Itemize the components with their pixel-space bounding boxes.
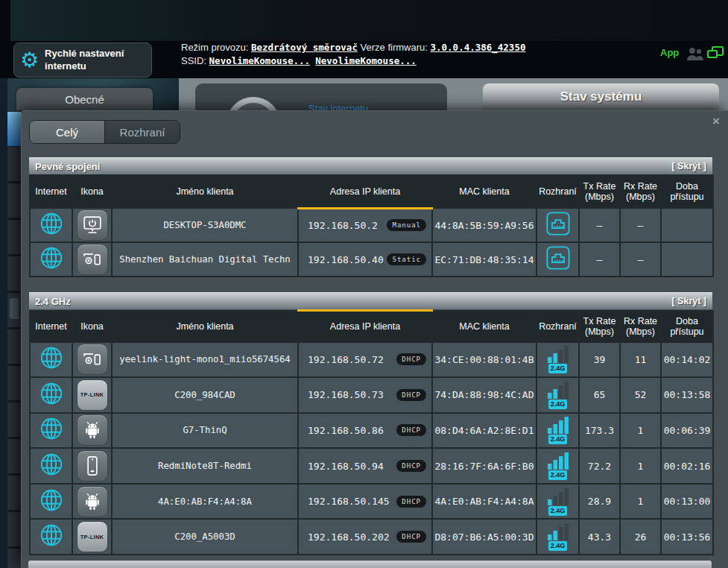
tx-rate: 173.3 — [579, 413, 620, 449]
system-status-label: Stav systému — [560, 89, 642, 104]
client-mac: EC:71:DB:48:35:14 — [432, 242, 536, 277]
client-row[interactable]: DESKTOP-S3A0DMC192.168.50.2Manual44:8A:5… — [30, 208, 713, 242]
client-ip: 192.168.50.72 — [308, 354, 384, 365]
device-icon-camera — [77, 244, 108, 275]
client-row[interactable]: G7-ThinQ192.168.50.86DHCP08:D4:6A:A2:8E:… — [30, 413, 713, 449]
tx-rate: 39 — [579, 342, 620, 378]
client-mac: 08:D4:6A:A2:8E:D1 — [432, 413, 536, 449]
col-header-7[interactable]: Rx Rate (Mbps) — [620, 175, 661, 208]
col-header-4[interactable]: MAC klienta — [432, 311, 536, 342]
col-header-6[interactable]: Tx Rate (Mbps) — [579, 175, 620, 208]
client-ip: 192.168.50.94 — [308, 461, 384, 472]
client-name: yeelink-light-mono1_miio5674564 — [112, 342, 298, 378]
client-list-tab-interface[interactable]: Rozhraní — [104, 121, 180, 143]
internet-globe-icon[interactable] — [39, 537, 64, 550]
client-list-icon[interactable] — [706, 45, 724, 63]
col-header-3[interactable]: Adresa IP klienta — [298, 311, 432, 342]
app-link[interactable]: App — [660, 47, 679, 58]
col-header-4[interactable]: MAC klienta — [432, 175, 536, 208]
internet-globe-icon[interactable] — [39, 502, 64, 515]
operation-mode-row: Režim provozu: Bezdrátový směrovač Verze… — [181, 42, 525, 53]
info-band — [0, 0, 728, 41]
client-list-tab-all[interactable]: Celý — [30, 121, 104, 143]
close-icon[interactable]: × — [712, 114, 720, 129]
col-header-8[interactable]: Doba přístupu — [661, 175, 713, 208]
col-header-1[interactable]: Ikona — [72, 175, 112, 208]
internet-globe-icon[interactable] — [39, 226, 64, 239]
section-title: 2.4 GHz — [35, 296, 71, 307]
client-row[interactable]: 4A:E0:AB:F4:A4:8A192.168.50.145DHCP4A:E0… — [30, 484, 713, 520]
col-header-2[interactable]: Jméno klienta — [112, 311, 298, 342]
col-header-8[interactable]: Doba přístupu — [661, 311, 713, 342]
device-icon-tplink: TP-LINK — [77, 521, 108, 552]
next-section-bar[interactable] — [28, 561, 712, 568]
left-edge — [0, 0, 10, 78]
mode-link[interactable]: Bezdrátový směrovač — [251, 42, 358, 53]
users-icon[interactable] — [686, 46, 705, 64]
wifi-signal-icon: 2.4G — [548, 345, 569, 373]
ssid-label: SSID: — [181, 55, 206, 66]
col-header-7[interactable]: Rx Rate (Mbps) — [620, 311, 661, 342]
client-row[interactable]: TP-LINKC200_A5003D192.168.50.202DHCPD8:0… — [30, 519, 713, 555]
device-icon-android — [77, 414, 108, 446]
col-header-5[interactable]: Rozhraní — [536, 175, 579, 208]
client-tables: Pevné spojení[ Skrýt ]InternetIkonaJméno… — [29, 157, 712, 555]
tx-rate: – — [579, 242, 620, 277]
internet-globe-icon[interactable] — [39, 260, 64, 273]
rx-rate: 1 — [620, 448, 661, 484]
client-row[interactable]: RedmiNote8T-Redmi192.168.50.94DHCP28:16:… — [30, 448, 713, 484]
ip-type-badge: DHCP — [396, 531, 426, 543]
col-header-2[interactable]: Jméno klienta — [112, 175, 298, 208]
ip-type-badge: DHCP — [396, 389, 426, 401]
hide-section-link[interactable]: [ Skrýt ] — [671, 296, 706, 306]
col-header-1[interactable]: Ikona — [72, 311, 112, 342]
sidebar-selected-item-sliver — [7, 112, 21, 146]
rx-rate: 11 — [620, 342, 661, 378]
hide-section-link[interactable]: [ Skrýt ] — [671, 161, 706, 171]
ssid-link-2[interactable]: NevolimeKomouse... — [315, 55, 416, 66]
client-row[interactable]: yeelink-light-mono1_miio5674564192.168.5… — [30, 342, 713, 378]
internet-globe-icon[interactable] — [39, 396, 64, 408]
access-time: 00:13:00 — [661, 484, 713, 520]
access-time — [661, 208, 713, 242]
band-badge: 2.4G — [548, 400, 568, 409]
firmware-link[interactable]: 3.0.0.4.386_42350 — [431, 42, 526, 53]
wifi-signal-icon: 2.4G — [548, 381, 569, 409]
system-status-tab[interactable]: Stav systému — [483, 83, 719, 110]
client-list-modal: × CelýRozhraní Pevné spojení[ Skrýt ]Int… — [21, 110, 728, 568]
internet-globe-icon[interactable] — [39, 431, 64, 444]
section-title: Pevné spojení — [35, 161, 100, 172]
client-name: DESKTOP-S3A0DMC — [112, 208, 298, 242]
rx-rate: 26 — [620, 519, 661, 555]
wifi-signal-icon: 2.4G — [548, 416, 569, 444]
col-header-0[interactable]: Internet — [30, 175, 72, 208]
col-header-3[interactable]: Adresa IP klienta — [298, 175, 432, 208]
tx-rate: – — [579, 208, 620, 242]
ip-type-badge: DHCP — [396, 496, 426, 508]
rx-rate: 52 — [620, 377, 661, 413]
quick-setup-button[interactable]: ⚙ Rychlé nastavení internetu — [13, 42, 152, 78]
band-badge: 2.4G — [548, 541, 568, 551]
client-list-tabs: CelýRozhraní — [29, 120, 180, 144]
ethernet-port-icon — [545, 260, 571, 273]
col-header-5[interactable]: Rozhraní — [536, 311, 579, 342]
ssid-link-1[interactable]: NevolimeKomouse... — [209, 55, 310, 66]
client-row[interactable]: TP-LINKC200_984CAD192.168.50.73DHCP74:DA… — [30, 377, 713, 413]
client-mac: 28:16:7F:6A:6F:B0 — [432, 448, 536, 484]
firmware-label: Verze firmwaru: — [361, 42, 428, 53]
internet-globe-icon[interactable] — [39, 360, 64, 373]
col-header-0[interactable]: Internet — [30, 311, 72, 342]
router-admin-page: ASUS RT-AX55 Odhlásit Restartování Česky… — [0, 0, 728, 568]
tx-rate: 65 — [579, 377, 620, 413]
internet-globe-icon[interactable] — [39, 467, 64, 479]
mode-label: Režim provozu: — [181, 42, 248, 53]
sidebar-tab-general[interactable]: Obecné — [16, 88, 153, 110]
ip-type-badge: DHCP — [396, 460, 426, 472]
col-header-6[interactable]: Tx Rate (Mbps) — [579, 311, 620, 342]
client-ip: 192.168.50.202 — [308, 531, 390, 543]
client-row[interactable]: Shenzhen Baichuan Digital Techn192.168.5… — [30, 242, 713, 277]
client-name: Shenzhen Baichuan Digital Techn — [112, 242, 298, 277]
ssid-row: SSID: NevolimeKomouse... NevolimeKomouse… — [181, 55, 417, 66]
band-badge: 2.4G — [548, 506, 568, 516]
internet-status-text: Stav internetu — [308, 103, 368, 110]
